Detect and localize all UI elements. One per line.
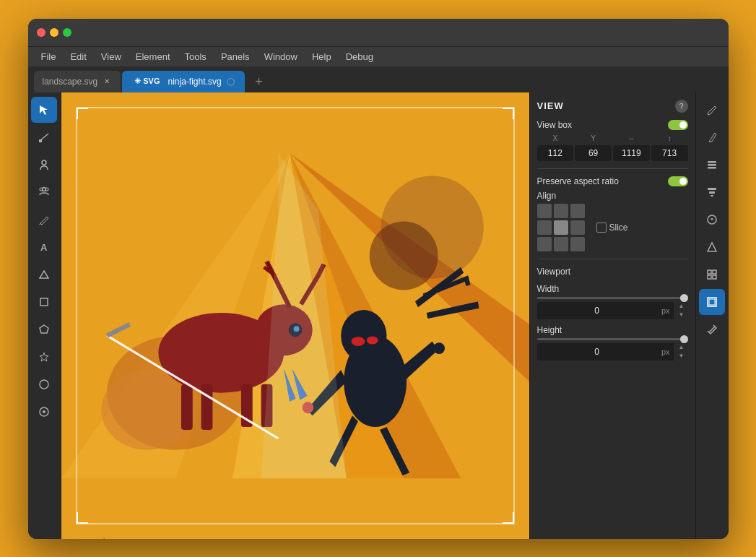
align-ml[interactable] xyxy=(537,220,552,235)
width-up[interactable]: ▲ xyxy=(675,302,688,311)
height-spinner: ▲ ▼ xyxy=(674,343,688,360)
menu-view[interactable]: View xyxy=(95,50,127,64)
maximize-button[interactable] xyxy=(63,28,71,37)
width-down[interactable]: ▼ xyxy=(675,311,688,319)
align-br[interactable] xyxy=(570,237,585,251)
svg-rect-0 xyxy=(39,139,42,142)
align-tr[interactable] xyxy=(570,204,585,218)
tab-landscape-label: landscape.svg xyxy=(43,77,98,87)
corner-bl xyxy=(77,512,88,524)
menu-debug[interactable]: Debug xyxy=(340,50,379,64)
vb-x-input[interactable] xyxy=(537,145,574,161)
svg-point-7 xyxy=(40,380,48,389)
align-title: Align xyxy=(537,191,557,201)
width-slider[interactable] xyxy=(537,297,688,299)
viewbox-toggle[interactable] xyxy=(668,120,688,130)
tool-target[interactable] xyxy=(31,399,57,425)
tool-star[interactable] xyxy=(31,344,57,370)
height-input[interactable] xyxy=(537,343,657,360)
viewport-section: Viewport Width px xyxy=(537,267,688,360)
viewbox-title: View box xyxy=(537,120,572,130)
align-bl[interactable] xyxy=(537,237,552,251)
align-grid xyxy=(537,204,585,251)
height-input-row: px ▲ ▼ xyxy=(537,343,688,360)
svg-point-4 xyxy=(45,188,48,191)
tool-mask-btn[interactable] xyxy=(699,207,725,233)
align-mr[interactable] xyxy=(570,220,585,235)
vb-y-label: Y xyxy=(575,134,612,144)
align-bc[interactable] xyxy=(554,237,568,251)
tab-ninja-label: ninja-fight.svg xyxy=(168,77,222,87)
svg-point-1 xyxy=(42,160,46,165)
close-button[interactable] xyxy=(37,28,45,37)
align-tl[interactable] xyxy=(537,204,552,218)
tool-brush[interactable] xyxy=(699,97,725,123)
width-input[interactable] xyxy=(537,302,657,319)
par-toggle[interactable] xyxy=(668,176,688,186)
tool-polygon[interactable] xyxy=(31,316,57,342)
align-tc[interactable] xyxy=(554,204,568,218)
menu-window[interactable]: Window xyxy=(258,50,303,64)
tool-symbol-btn[interactable] xyxy=(699,262,725,288)
slice-checkbox[interactable] xyxy=(596,223,607,233)
tool-pen[interactable] xyxy=(699,124,725,150)
menu-bar: File Edit View Element Tools Panels Wind… xyxy=(28,46,729,66)
tab-ninja-close[interactable]: ◯ xyxy=(226,77,236,87)
tab-landscape-close[interactable]: ✕ xyxy=(102,77,112,87)
tool-node3[interactable] xyxy=(699,234,725,260)
menu-tools[interactable]: Tools xyxy=(179,50,212,64)
tool-export-btn[interactable] xyxy=(699,289,725,315)
title-bar xyxy=(28,19,729,46)
height-down[interactable]: ▼ xyxy=(675,352,688,360)
menu-file[interactable]: File xyxy=(35,50,62,64)
height-slider[interactable] xyxy=(537,338,688,340)
svg-badge: ✳ SVG xyxy=(131,75,163,87)
svg-rect-40 xyxy=(708,188,716,190)
tab-add-button[interactable]: + xyxy=(249,72,269,92)
width-slider-row xyxy=(537,297,688,299)
tool-rect[interactable] xyxy=(31,289,57,315)
tab-landscape[interactable]: landscape.svg ✕ xyxy=(34,71,121,92)
tool-select[interactable] xyxy=(31,97,57,123)
tool-triangle[interactable] xyxy=(31,262,57,288)
tool-pencil[interactable] xyxy=(31,207,57,233)
help-button[interactable]: ? xyxy=(675,100,688,113)
vb-w-label: ↔ xyxy=(613,134,650,144)
menu-element[interactable]: Element xyxy=(130,50,176,64)
vb-y-input[interactable] xyxy=(575,145,612,161)
panel-header: VIEW ? xyxy=(537,100,688,113)
svg-rect-6 xyxy=(40,298,48,306)
par-header: Preserve aspect ratio xyxy=(537,176,688,186)
svg-rect-46 xyxy=(708,275,711,279)
align-mc[interactable] xyxy=(554,220,568,235)
vb-h-label: ↕ xyxy=(651,134,688,144)
canvas-frame xyxy=(76,107,515,524)
tool-group[interactable] xyxy=(31,179,57,205)
tab-ninja[interactable]: ✳ SVG ninja-fight.svg ◯ xyxy=(122,71,244,92)
main-content: A xyxy=(28,92,729,539)
vb-h-input[interactable] xyxy=(651,145,688,161)
svg-rect-44 xyxy=(708,270,711,274)
tool-node[interactable] xyxy=(31,124,57,150)
tool-align-btn[interactable] xyxy=(699,179,725,205)
svg-rect-45 xyxy=(713,270,716,274)
tool-person[interactable] xyxy=(31,152,57,178)
menu-help[interactable]: Help xyxy=(306,50,337,64)
tool-layers[interactable] xyxy=(699,152,725,178)
height-slider-thumb xyxy=(680,335,688,343)
menu-panels[interactable]: Panels xyxy=(215,50,256,64)
menu-edit[interactable]: Edit xyxy=(64,50,92,64)
tool-text[interactable]: A xyxy=(31,234,57,260)
corner-br xyxy=(503,512,514,524)
minimize-button[interactable] xyxy=(50,28,58,37)
view-panel-container: VIEW ? View box X Y ↔ ↕ xyxy=(529,92,695,539)
tool-circle[interactable] xyxy=(31,371,57,397)
height-up[interactable]: ▲ xyxy=(675,343,688,352)
vb-w-input[interactable] xyxy=(613,145,650,161)
height-label: Height xyxy=(537,325,688,335)
corner-tl xyxy=(77,108,88,119)
svg-rect-42 xyxy=(711,195,713,197)
canvas-area[interactable] xyxy=(61,92,529,539)
app-window: File Edit View Element Tools Panels Wind… xyxy=(28,19,729,539)
tool-link-btn[interactable] xyxy=(699,316,725,342)
